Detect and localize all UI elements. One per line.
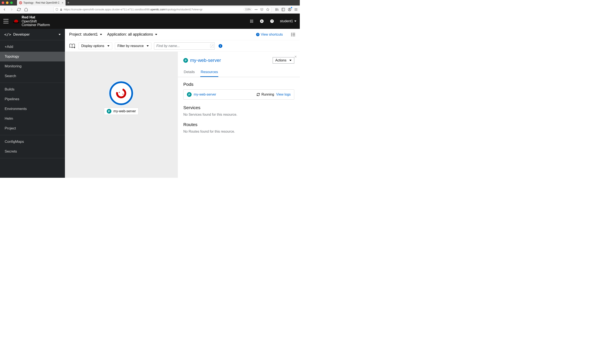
topology-canvas[interactable]: P my-web-server bbox=[65, 52, 178, 178]
svg-point-26 bbox=[116, 88, 127, 99]
close-panel-icon[interactable]: × bbox=[294, 54, 297, 59]
pod-row: P my-web-server Running View logs bbox=[183, 90, 294, 100]
svg-rect-22 bbox=[292, 34, 295, 35]
sidebar-item-environments[interactable]: Environments bbox=[0, 104, 65, 114]
pocket-icon[interactable] bbox=[260, 8, 264, 11]
traffic-lights bbox=[2, 1, 13, 4]
close-window[interactable] bbox=[2, 1, 4, 4]
user-menu[interactable]: student1 bbox=[280, 19, 296, 23]
sidebar-item-pipelines[interactable]: Pipelines bbox=[0, 94, 65, 104]
sidebar-item-monitoring[interactable]: Monitoring bbox=[0, 62, 65, 71]
services-empty: No Services found for this resource. bbox=[183, 113, 294, 117]
minimize-window[interactable] bbox=[6, 1, 9, 4]
pod-name-link[interactable]: my-web-server bbox=[194, 92, 254, 96]
svg-rect-14 bbox=[251, 22, 252, 23]
display-options-dropdown[interactable]: Display options bbox=[79, 43, 112, 49]
panel-tabs: DetailsResources bbox=[178, 68, 300, 77]
panel-title: P my-web-server bbox=[183, 58, 221, 63]
perspective-label: Developer bbox=[13, 32, 30, 37]
bookmark-star-icon[interactable] bbox=[266, 8, 269, 11]
address-bar[interactable]: https://console-openshift-console.apps.c… bbox=[54, 7, 271, 13]
zoom-badge[interactable]: 110% bbox=[244, 8, 252, 11]
help-icon[interactable]: ? bbox=[270, 19, 274, 23]
svg-rect-12 bbox=[252, 21, 253, 22]
openshift-favicon bbox=[19, 1, 22, 4]
new-tab-button[interactable]: + bbox=[67, 1, 70, 5]
caret-down-icon bbox=[100, 34, 102, 35]
svg-rect-2 bbox=[282, 8, 285, 11]
node-circle[interactable] bbox=[109, 81, 133, 105]
info-icon[interactable]: i bbox=[219, 44, 222, 48]
search-input[interactable] bbox=[154, 44, 210, 48]
view-shortcuts[interactable]: ? View shortcuts bbox=[256, 33, 283, 37]
sidebar: </> Developer +AddTopologyMonitoringSear… bbox=[0, 29, 65, 178]
actions-dropdown[interactable]: Actions bbox=[273, 57, 294, 64]
application-selector[interactable]: Application: all applications bbox=[107, 32, 157, 37]
browser-right-icons bbox=[275, 7, 298, 12]
services-heading: Services bbox=[183, 105, 294, 110]
sidebar-item-secrets[interactable]: Secrets bbox=[0, 147, 65, 156]
caret-down-icon bbox=[147, 45, 149, 47]
zoom-window[interactable] bbox=[10, 1, 13, 4]
redhat-icon bbox=[13, 19, 19, 24]
search-box[interactable]: / bbox=[154, 42, 215, 50]
home-button[interactable] bbox=[23, 7, 29, 12]
guided-tour-icon[interactable]: + bbox=[69, 43, 75, 49]
nav-toggle[interactable] bbox=[3, 19, 9, 23]
tab-close-icon[interactable]: × bbox=[62, 1, 63, 4]
forward-button[interactable] bbox=[9, 7, 14, 12]
node-name: my-web-server bbox=[113, 109, 136, 113]
sidebar-item-helm[interactable]: Helm bbox=[0, 114, 65, 124]
caret-down-icon bbox=[107, 45, 110, 47]
pod-badge: P bbox=[183, 58, 188, 63]
menu-icon[interactable] bbox=[294, 7, 298, 12]
svg-text:+: + bbox=[74, 47, 75, 49]
logo[interactable]: Red Hat OpenShift Container Platform bbox=[13, 15, 50, 27]
openshift-logo-icon bbox=[116, 88, 127, 99]
svg-rect-15 bbox=[252, 22, 253, 23]
topology-node[interactable]: P my-web-server bbox=[104, 81, 139, 115]
sidebar-item-search[interactable]: Search bbox=[0, 71, 65, 81]
help-circle-icon: ? bbox=[256, 33, 259, 36]
tab-title: Topology · Red Hat OpenShift C bbox=[23, 1, 60, 4]
add-icon[interactable] bbox=[260, 19, 264, 23]
caret-down-icon bbox=[155, 34, 157, 35]
sidebar-item-builds[interactable]: Builds bbox=[0, 85, 65, 94]
project-selector[interactable]: Project: student1 bbox=[69, 32, 102, 37]
svg-rect-7 bbox=[250, 20, 251, 20]
tab-resources[interactable]: Resources bbox=[200, 68, 218, 77]
filter-resource-dropdown[interactable]: Filter by resource bbox=[115, 43, 152, 49]
back-button[interactable] bbox=[2, 7, 7, 12]
app-launcher-icon[interactable] bbox=[250, 19, 254, 23]
library-icon[interactable] bbox=[275, 7, 279, 12]
account-icon[interactable] bbox=[288, 7, 292, 12]
slash-hint: / bbox=[210, 44, 214, 48]
view-logs-link[interactable]: View logs bbox=[276, 92, 291, 96]
content-area: Project: student1 Application: all appli… bbox=[65, 29, 300, 178]
node-label[interactable]: P my-web-server bbox=[104, 108, 139, 115]
window-title-bar: Topology · Red Hat OpenShift C × + bbox=[0, 0, 300, 5]
caret-down-icon bbox=[289, 60, 292, 61]
svg-point-4 bbox=[289, 9, 290, 10]
shield-icon bbox=[55, 8, 58, 11]
svg-rect-20 bbox=[292, 33, 295, 33]
reload-button[interactable] bbox=[16, 7, 22, 12]
tab-details[interactable]: Details bbox=[183, 68, 195, 77]
svg-rect-11 bbox=[251, 21, 252, 22]
caret-down-icon bbox=[294, 21, 296, 22]
svg-rect-10 bbox=[250, 21, 251, 22]
sidebar-item-project[interactable]: Project bbox=[0, 124, 65, 133]
sidebar-item-configmaps[interactable]: ConfigMaps bbox=[0, 137, 65, 147]
pods-heading: Pods bbox=[183, 82, 294, 87]
sidebar-item-topology[interactable]: Topology bbox=[0, 52, 65, 62]
browser-tab[interactable]: Topology · Red Hat OpenShift C × bbox=[17, 0, 66, 5]
list-view-toggle[interactable] bbox=[291, 33, 295, 37]
perspective-switcher[interactable]: </> Developer bbox=[0, 29, 65, 40]
svg-point-19 bbox=[291, 33, 292, 33]
caret-down-icon bbox=[58, 34, 61, 35]
sidebar-icon[interactable] bbox=[281, 7, 285, 12]
pod-badge: P bbox=[107, 109, 112, 114]
routes-heading: Routes bbox=[183, 122, 294, 127]
sidebar-item--add[interactable]: +Add bbox=[0, 42, 65, 52]
page-actions-icon[interactable]: ••• bbox=[255, 8, 258, 11]
